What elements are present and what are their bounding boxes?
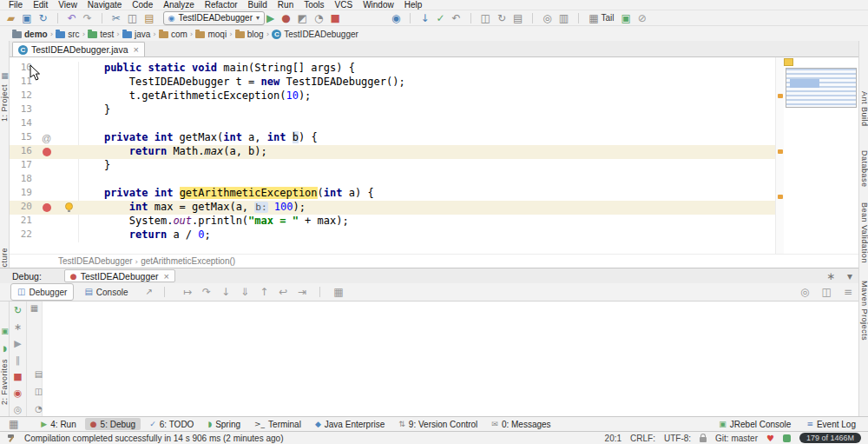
drop-frame-icon[interactable]: ↩ [277, 285, 289, 299]
menu-run[interactable]: Run [273, 0, 299, 10]
step-out-icon[interactable]: ↑ [258, 285, 270, 299]
breadcrumb-moqi[interactable]: moqi [195, 30, 227, 39]
run-with-coverage-icon[interactable]: ◩ [296, 11, 309, 25]
tail-button[interactable]: ▦Tail [587, 11, 615, 25]
spring-tool-icon[interactable]: ◗ [0, 343, 10, 354]
memory-indicator[interactable]: 179 of 1466M [799, 433, 861, 443]
tab-console[interactable]: ▤Console [77, 283, 135, 301]
debug-frames-area[interactable] [43, 302, 858, 416]
jrebel-icon[interactable]: ▣ [620, 11, 633, 25]
step-over-icon[interactable]: ↷ [201, 285, 213, 299]
tw-event-log[interactable]: ≡Event Log [801, 418, 861, 430]
tool-window-button-1-project[interactable]: 1: Project [0, 84, 10, 122]
breadcrumb-testideadebugger[interactable]: TestIDEADebugger [58, 256, 133, 266]
close-icon[interactable]: × [133, 44, 138, 55]
tw-jrebel-console[interactable]: ▣JRebel Console [713, 418, 796, 430]
cut-icon[interactable]: ✂ [110, 11, 122, 25]
gutter[interactable] [39, 103, 79, 117]
gutter[interactable]: @ [39, 131, 79, 145]
pause-icon[interactable]: ‖ [16, 351, 21, 368]
lock-icon[interactable] [700, 437, 707, 442]
jrebel-tool-icon[interactable]: ▣ [0, 326, 10, 336]
open-in-browser-icon[interactable]: ◎ [541, 11, 553, 25]
tw-spring[interactable]: ◗Spring [202, 418, 246, 430]
menu-tools[interactable]: Tools [299, 0, 329, 10]
view-breakpoints-icon[interactable]: ◉ [14, 384, 23, 401]
breadcrumb-src[interactable]: src [56, 30, 79, 39]
undo-icon[interactable]: ↶ [66, 11, 78, 25]
mute-breakpoints-icon[interactable]: ◎ [14, 401, 23, 417]
help-icon[interactable]: ◉ [390, 11, 402, 25]
evaluate-expression-icon[interactable]: ▦ [332, 285, 345, 299]
tw-debug[interactable]: ●5: Debug [85, 418, 141, 430]
gutter[interactable] [39, 76, 79, 89]
mute-breakpoints-icon[interactable]: ◎ [799, 285, 811, 299]
view-options-icon[interactable]: ≡ [842, 285, 854, 299]
error-stripe[interactable] [775, 57, 784, 254]
code-line-text[interactable]: } [79, 159, 775, 173]
usage-mark[interactable] [778, 195, 783, 199]
menu-analyze[interactable]: Analyze [158, 0, 200, 10]
code-line-text[interactable] [79, 117, 775, 131]
run-configuration-select[interactable]: ◉ TestIDEADebugger ▾ [163, 11, 265, 25]
open-project-icon[interactable]: ▰ [5, 11, 16, 25]
presentation-mode-icon[interactable]: ▥ [557, 11, 570, 25]
stop-icon[interactable]: ■ [13, 368, 22, 384]
caret-position-widget[interactable]: 20:1 [605, 434, 621, 443]
run-to-cursor-icon[interactable]: ⇥ [296, 285, 308, 299]
project-tool-icon[interactable]: ▦ [0, 70, 10, 81]
debug-session-tab[interactable]: ● TestIDEADebugger × [64, 269, 175, 282]
inspection-indicator[interactable] [784, 58, 793, 66]
profiler-icon[interactable]: ◔ [312, 11, 325, 25]
copy-icon[interactable]: ◫ [126, 11, 139, 25]
menu-edit[interactable]: Edit [28, 0, 53, 10]
code-line-text[interactable]: } [79, 103, 775, 117]
code-line-text[interactable]: return a / 0; [79, 229, 775, 242]
force-step-into-icon[interactable]: ⇓ [239, 285, 251, 299]
tool-window-button-database[interactable]: Database [859, 150, 868, 188]
tw-version-control[interactable]: ⇅9: Version Control [393, 418, 483, 430]
code-editor[interactable]: 10 public static void main(String[] args… [10, 57, 775, 254]
git-branch-widget[interactable]: Git: master [715, 434, 758, 443]
menu-vcs[interactable]: VCS [330, 0, 358, 10]
tool-window-button-bean-validation[interactable]: Bean Validation [859, 202, 868, 263]
menu-build[interactable]: Build [243, 0, 273, 10]
code-line-text[interactable]: TestIDEADebugger t = new TestIDEADebugge… [79, 76, 775, 89]
gutter[interactable] [39, 145, 79, 159]
stop-icon[interactable]: ■ [329, 11, 342, 25]
breakpoint-icon[interactable] [43, 148, 51, 156]
save-all-icon[interactable]: ▣ [20, 11, 33, 25]
restore-layout-icon[interactable]: ▦ [27, 302, 43, 315]
code-line-text[interactable] [79, 173, 775, 187]
breadcrumb-blog[interactable]: blog [235, 30, 264, 39]
gutter[interactable] [39, 173, 79, 187]
code-line-text[interactable]: private int getMax(int a, int b) { [79, 131, 775, 145]
edit-configuration-icon[interactable]: ∗ [14, 318, 22, 335]
gutter[interactable] [39, 229, 79, 242]
redo-icon[interactable]: ↷ [82, 11, 94, 25]
menu-view[interactable]: View [53, 0, 82, 10]
run-icon[interactable]: ▶ [265, 11, 276, 25]
gutter[interactable] [39, 215, 79, 229]
tw-messages[interactable]: ✉0: Messages [486, 418, 556, 430]
breakpoint-icon[interactable] [43, 203, 51, 212]
update-project-icon[interactable]: ↓ [418, 11, 431, 25]
tool-window-button-2-favorites[interactable]: 2: Favorites [0, 359, 10, 405]
breadcrumb-demo[interactable]: demo [12, 30, 48, 39]
encoding-widget[interactable]: UTF-8: [664, 434, 691, 443]
restore-layout-icon[interactable]: ◫ [820, 285, 833, 299]
history-icon[interactable]: ↻ [496, 11, 508, 25]
tw-terminal[interactable]: >_Terminal [249, 418, 306, 430]
code-line-text[interactable]: private int getArithmeticException(int a… [79, 187, 775, 201]
tw-java-enterprise[interactable]: ◆Java Enterprise [310, 418, 390, 430]
breadcrumb-java[interactable]: java [122, 30, 150, 39]
code-line-text[interactable]: return Math.max(a, b); [79, 145, 775, 159]
gutter[interactable] [39, 201, 79, 215]
tool-window-button-maven-projects[interactable]: Maven Projects [859, 281, 868, 341]
tool-window-button-ant-build[interactable]: Ant Build [859, 91, 868, 127]
code-line-text[interactable]: int max = getMax(a, b: 100); [79, 201, 775, 215]
usage-mark[interactable] [778, 94, 783, 98]
rerun-icon[interactable]: ↻ [14, 302, 22, 318]
show-exec-point-icon[interactable]: ↦ [181, 285, 194, 299]
breadcrumb-testideadebugger[interactable]: TestIDEADebugger [272, 30, 358, 39]
